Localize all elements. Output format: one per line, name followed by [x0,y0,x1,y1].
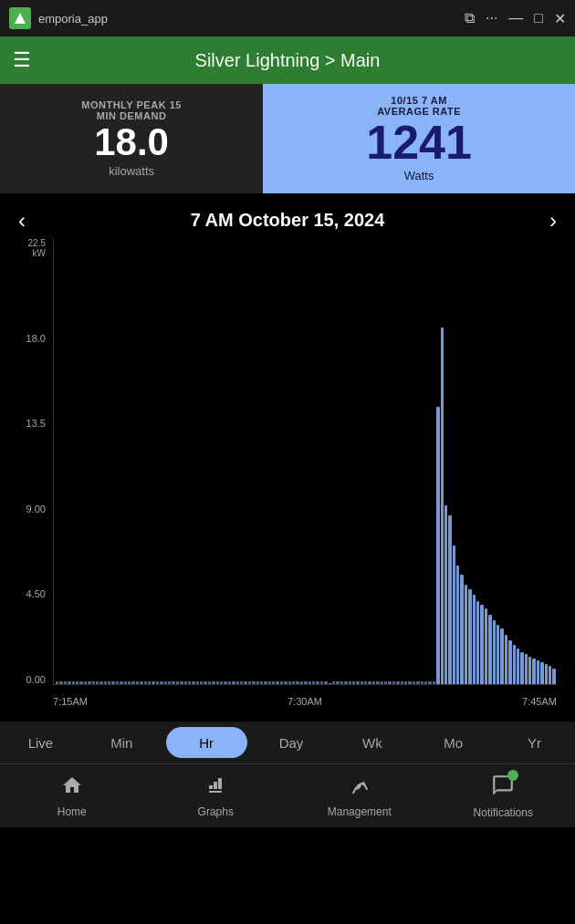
bar [136,681,139,684]
bar [84,681,87,684]
bars-container [54,238,557,684]
nav-graphs[interactable]: Graphs [144,774,288,818]
bar [156,681,159,684]
tab-wk[interactable]: Wk [331,722,413,763]
monthly-peak-label1: MONTHLY PEAK 15 [81,99,182,110]
bar [280,681,283,684]
nav-home[interactable]: Home [0,774,144,818]
bar [260,681,263,684]
bar [116,681,119,684]
bar [532,659,535,684]
bar [444,505,447,684]
graphs-icon [204,774,226,802]
bar [356,681,359,684]
time-tabs: Live Min Hr Day Wk Mo Yr [0,722,575,763]
bar [453,545,455,684]
bar [456,566,459,684]
bar [388,681,391,684]
chart-prev-button[interactable]: ‹ [18,208,26,234]
bar [248,681,251,684]
bar [196,681,199,684]
tab-min[interactable]: Min [81,722,162,763]
bar [108,681,110,684]
bar [480,605,483,684]
title-bar-controls[interactable]: ⧉ ··· — □ ✕ [465,10,566,27]
app-header: ☰ Silver Lightning > Main [0,36,575,84]
bar [232,681,235,684]
bar [329,683,331,684]
nav-graphs-label: Graphs [198,805,234,818]
bar [316,681,319,684]
close-icon[interactable]: ✕ [554,10,566,27]
bar [212,681,214,684]
bar [99,681,102,684]
bottom-nav: Home Graphs Management Notifications [0,763,575,827]
bar [428,681,431,684]
bar [148,681,151,684]
bar [76,681,78,684]
maximize-icon[interactable]: □ [534,10,543,26]
bar [56,681,58,684]
bar [465,585,467,684]
bar [497,625,499,684]
bar [513,645,516,684]
nav-management[interactable]: Management [288,774,432,818]
header-title: Silver Lightning > Main [195,50,381,71]
bar [508,640,511,684]
bar [549,666,551,684]
bar [384,681,387,684]
restore-icon[interactable]: ⧉ [465,10,475,26]
bar [396,681,399,684]
bar [500,628,503,684]
bar [361,681,363,684]
bar [408,681,411,684]
bar [176,681,179,684]
tab-hr[interactable]: Hr [166,727,247,758]
chart-next-button[interactable]: › [549,208,557,234]
bar [264,681,267,684]
bar [164,681,167,684]
bar [421,681,423,684]
bar [433,681,435,684]
bar [131,681,134,684]
chart-plot [53,238,557,685]
x-axis-labels: 7:15AM 7:30AM 7:45AM [53,690,557,712]
more-icon[interactable]: ··· [486,10,497,26]
y-label-18: 18.0 [9,333,50,344]
tab-mo[interactable]: Mo [413,722,494,763]
bar [256,681,259,684]
bar [192,681,194,684]
bar [424,681,427,684]
bar [204,681,206,684]
bar [88,681,90,684]
tab-day[interactable]: Day [251,722,332,763]
bar [124,681,127,684]
y-axis-labels: 22.5 kW 18.0 13.5 9.00 4.50 0.00 [9,238,50,712]
bar [188,681,191,684]
bar [140,681,142,684]
bar [485,608,487,684]
x-label-715: 7:15AM [53,696,88,707]
tab-live[interactable]: Live [0,722,81,763]
bar [216,681,219,684]
bar [552,669,555,684]
nav-notifications-label: Notifications [474,806,533,819]
bar [505,635,507,684]
bar [468,589,471,684]
chart-header: ‹ 7 AM October 15, 2024 › [0,202,575,238]
bar [448,515,451,684]
bar [244,681,246,684]
nav-notifications[interactable]: Notifications [432,773,576,819]
tab-yr[interactable]: Yr [494,722,575,763]
average-rate-label1: 10/15 7 AM [391,95,446,106]
bar [180,681,183,684]
bar [413,681,415,684]
menu-icon[interactable]: ☰ [13,48,31,72]
bar [172,681,174,684]
bar [160,681,162,684]
bar [376,681,379,684]
chart-date: 7 AM October 15, 2024 [191,210,385,231]
bar [381,681,383,684]
minimize-icon[interactable]: — [508,10,523,26]
bar [493,620,496,684]
